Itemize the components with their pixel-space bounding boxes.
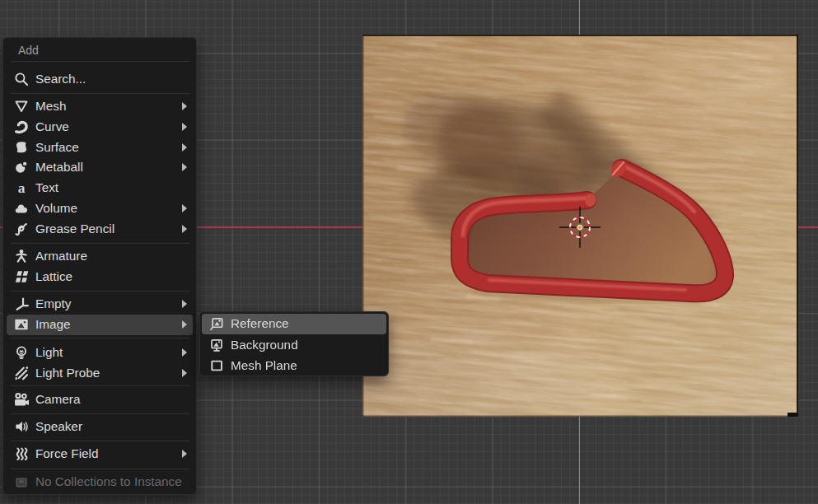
svg-text:a: a [18, 180, 26, 195]
